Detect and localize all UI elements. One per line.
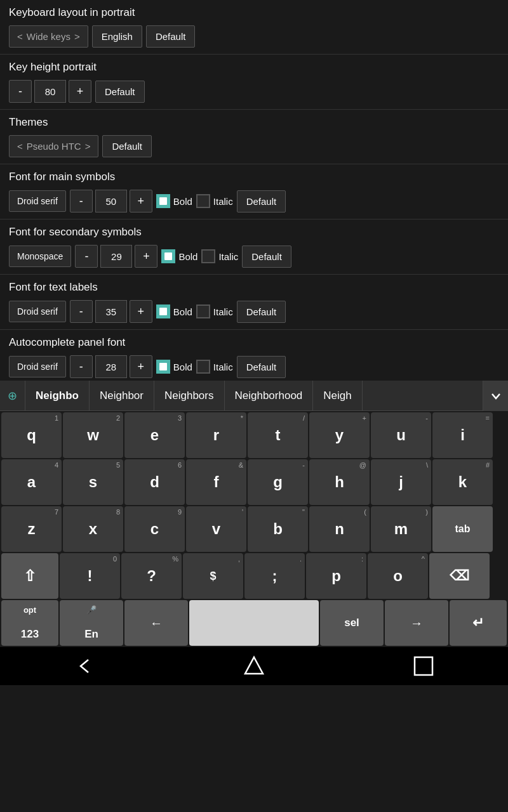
font-autocomplete-italic-label[interactable]: Italic [196,360,233,374]
font-labels-italic-checkbox[interactable] [196,304,210,318]
key-space[interactable] [189,600,319,646]
key-f[interactable]: f & [186,459,246,505]
nav-recent-button[interactable] [404,653,443,679]
font-autocomplete-title: Autocomplete panel font [9,336,499,349]
key-z[interactable]: z 7 [1,506,62,552]
font-main-bold-checkbox[interactable] [156,194,170,208]
font-labels-minus[interactable]: - [70,300,93,323]
key-opt[interactable]: opt 123 [1,600,58,646]
font-secondary-plus[interactable]: + [135,245,157,268]
theme-default-button[interactable]: Default [102,135,152,157]
autocomplete-word-4[interactable]: Neigh [313,381,362,411]
font-secondary-italic-label[interactable]: Italic [201,249,238,263]
key-e[interactable]: e 3 [124,412,185,458]
font-secondary-italic-checkbox[interactable] [201,249,215,263]
font-secondary-minus[interactable]: - [75,245,98,268]
key-j[interactable]: j \ [371,459,431,505]
font-autocomplete-default-button[interactable]: Default [237,356,286,378]
font-autocomplete-section: Autocomplete panel font Droid serif - 28… [0,330,508,381]
font-secondary-bold-label[interactable]: Bold [161,249,197,263]
key-u[interactable]: u - [371,412,431,458]
keyboard-row-2: a 4 s 5 d 6 f & g - h @ j \ k # [1,459,507,505]
autocomplete-expand-button[interactable] [483,381,508,411]
keyboard-layout-title: Keyboard layout in portrait [9,6,499,19]
key-i[interactable]: i = [432,412,493,458]
key-height-default-button[interactable]: Default [95,81,145,103]
font-labels-default-button[interactable]: Default [237,301,286,323]
font-secondary-name-button[interactable]: Monospace [9,246,71,267]
font-main-italic-label[interactable]: Italic [196,194,233,208]
key-exclamation[interactable]: ! 0 [60,553,120,599]
key-question[interactable]: ? % [121,553,182,599]
autocomplete-word-0[interactable]: Neighbo [25,381,90,411]
font-main-bold-label[interactable]: Bold [156,194,192,208]
key-d-num: 6 [178,461,182,469]
autocomplete-word-3[interactable]: Neighborhood [225,381,314,411]
font-main-default-button[interactable]: Default [237,190,286,213]
font-labels-name-button[interactable]: Droid serif [9,301,66,322]
theme-nav-btn[interactable]: < Pseudo HTC > [9,135,98,157]
key-t[interactable]: t / [248,412,308,458]
font-main-italic-checkbox[interactable] [196,194,210,208]
key-k[interactable]: k # [432,459,493,505]
key-s[interactable]: s 5 [63,459,123,505]
key-m[interactable]: m ) [371,506,431,552]
nav-home-button[interactable] [235,653,273,679]
key-r[interactable]: r * [186,412,246,458]
key-dollar[interactable]: $ , [183,553,243,599]
key-q[interactable]: q 1 [1,412,62,458]
font-main-name-button[interactable]: Droid serif [9,190,66,212]
autocomplete-bar: ⊕ Neighbo Neighbor Neighbors Neighborhoo… [0,381,508,411]
key-v[interactable]: v ' [186,506,246,552]
key-w[interactable]: w 2 [63,412,123,458]
font-autocomplete-bold-label[interactable]: Bold [156,360,192,374]
key-n[interactable]: n ( [309,506,370,552]
nav-back-button[interactable] [65,653,104,679]
font-autocomplete-italic-checkbox[interactable] [196,360,210,374]
key-d[interactable]: d 6 [124,459,185,505]
key-semicolon[interactable]: ; . [244,553,305,599]
autocomplete-plus-button[interactable]: ⊕ [0,381,25,411]
key-tab[interactable]: tab [432,506,493,552]
autocomplete-word-1[interactable]: Neighbor [90,381,154,411]
font-autocomplete-plus[interactable]: + [130,355,152,378]
key-x[interactable]: x 8 [63,506,123,552]
keyboard-lang-button[interactable]: English [92,25,142,48]
keyboard-layout-default-button[interactable]: Default [146,25,196,48]
autocomplete-word-2[interactable]: Neighbors [154,381,225,411]
key-o[interactable]: o ^ [368,553,428,599]
key-a[interactable]: a 4 [1,459,62,505]
font-secondary-bold-checkbox[interactable] [161,249,175,263]
key-sel[interactable]: sel [320,600,384,646]
font-main-plus[interactable]: + [130,190,152,213]
key-h[interactable]: h @ [309,459,370,505]
key-height-minus[interactable]: - [9,80,32,103]
key-en[interactable]: 🎤 En [60,600,123,646]
key-g-sym: - [302,461,305,469]
key-y[interactable]: y + [309,412,370,458]
font-labels-section: Font for text labels Droid serif - 35 + … [0,275,508,330]
font-autocomplete-name-button[interactable]: Droid serif [9,356,66,377]
keyboard-row-3: z 7 x 8 c 9 v ' b " n ( m ) tab [1,506,507,552]
font-main-value: 50 [95,190,127,213]
font-labels-plus[interactable]: + [130,300,152,323]
key-b[interactable]: b " [248,506,308,552]
font-labels-bold-checkbox[interactable] [156,304,170,318]
font-secondary-default-button[interactable]: Default [242,246,291,268]
key-p[interactable]: p : [306,553,366,599]
key-backspace[interactable]: ⌫ [429,553,490,599]
font-autocomplete-minus[interactable]: - [70,355,93,378]
key-shift[interactable]: ⇧ [1,553,58,599]
key-c[interactable]: c 9 [124,506,185,552]
key-enter[interactable]: ↵ [450,600,507,646]
font-labels-bold-label[interactable]: Bold [156,304,192,318]
key-arrow-right[interactable]: → [385,600,448,646]
font-main-minus[interactable]: - [70,190,93,213]
key-n-sym: ( [364,508,366,516]
key-arrow-left[interactable]: ← [124,600,188,646]
font-autocomplete-bold-checkbox[interactable] [156,360,170,374]
key-height-plus[interactable]: + [69,80,91,103]
layout-nav-btn[interactable]: < Wide keys > [9,25,88,48]
font-labels-italic-label[interactable]: Italic [196,304,233,318]
key-g[interactable]: g - [248,459,308,505]
